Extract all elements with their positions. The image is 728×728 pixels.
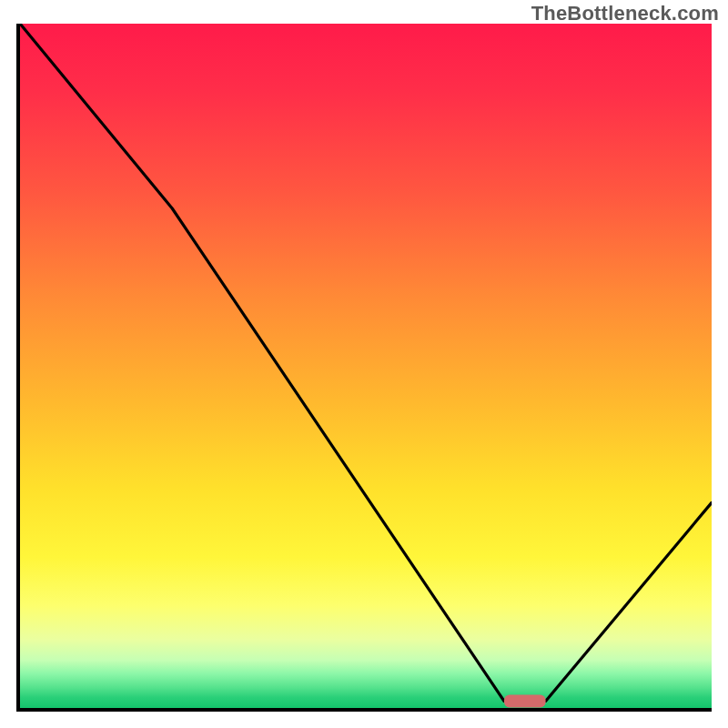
chart-overlay — [20, 24, 712, 708]
bottleneck-curve-line — [20, 24, 712, 702]
watermark-text: TheBottleneck.com — [531, 2, 719, 25]
optimal-marker — [504, 695, 546, 708]
chart-plot-area — [16, 24, 712, 712]
